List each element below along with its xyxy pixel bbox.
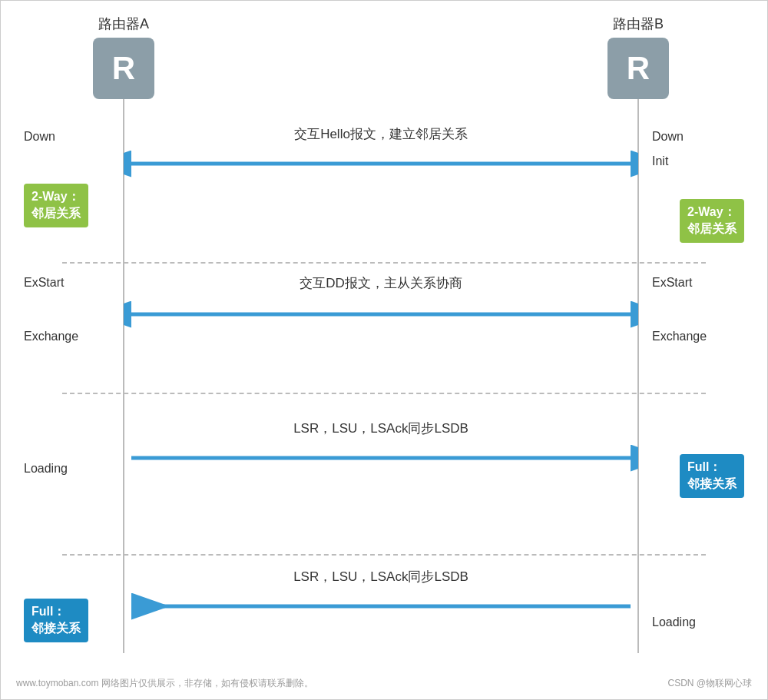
arrow-lsr-left — [124, 591, 638, 622]
section4-msg: LSR，LSU，LSAck同步LSDB — [177, 568, 584, 586]
state-loading-a: Loading — [24, 462, 68, 476]
arrow-lsr-right — [124, 443, 638, 473]
router-b-icon: R — [607, 38, 669, 99]
hdash-2 — [62, 393, 706, 394]
state-exchange-b: Exchange — [652, 330, 744, 343]
router-b-label: 路由器B — [592, 15, 684, 33]
section1-msg: 交互Hello报文，建立邻居关系 — [177, 125, 584, 143]
router-a-icon: R — [93, 38, 154, 99]
footer-left: www.toymoban.com 网络图片仅供展示，非存储，如有侵权请联系删除。 — [16, 677, 313, 690]
state-2way-a: 2-Way： 邻居关系 — [24, 184, 88, 227]
section2-msg: 交互DD报文，主从关系协商 — [177, 274, 584, 292]
state-full-b: Full： 邻接关系 — [680, 454, 744, 498]
state-exstart-b: ExStart — [652, 276, 744, 290]
router-b-letter: R — [627, 50, 650, 87]
vline-a — [123, 99, 124, 653]
hdash-1 — [62, 262, 706, 264]
footer-right: CSDN @物联网心球 — [667, 677, 752, 690]
state-loading-b: Loading — [652, 615, 744, 629]
state-down-a: Down — [24, 130, 55, 144]
vline-b — [637, 99, 639, 653]
hdash-3 — [62, 554, 706, 556]
state-exchange-a: Exchange — [24, 330, 78, 343]
arrow-hello — [124, 148, 638, 179]
arrow-dd — [124, 299, 638, 330]
state-down-b: Down — [652, 130, 744, 144]
state-exstart-a: ExStart — [24, 276, 64, 290]
state-2way-b: 2-Way： 邻居关系 — [680, 199, 744, 243]
state-init-b: Init — [652, 154, 744, 168]
router-a-label: 路由器A — [78, 15, 170, 33]
diagram-container: 路由器A 路由器B R R Down Down Init 交互Hello报文，建… — [0, 0, 768, 700]
section3-msg: LSR，LSU，LSAck同步LSDB — [177, 420, 584, 437]
state-full-a: Full： 邻接关系 — [24, 599, 88, 642]
router-a-letter: R — [112, 50, 135, 87]
